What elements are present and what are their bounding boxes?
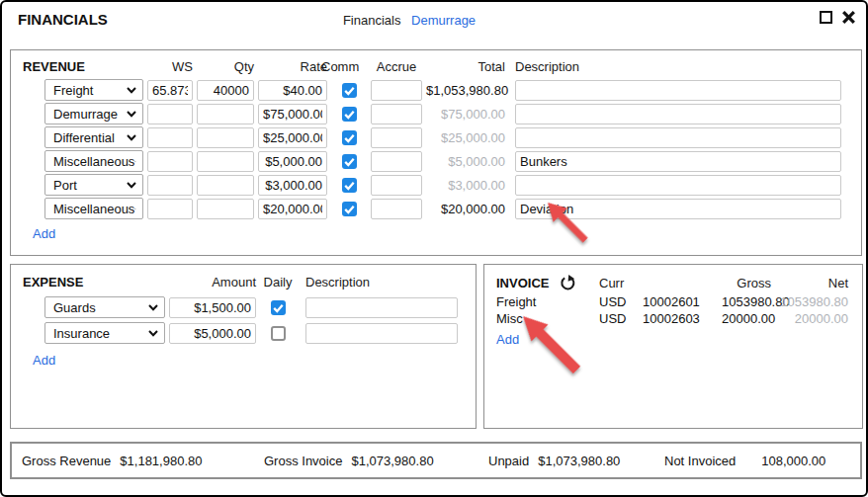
revenue-row: Miscellaneous $5,000.00 <box>23 150 841 172</box>
qty-input[interactable] <box>197 175 254 196</box>
invoice-rows: Freight USD 10002601 1053980.80 1053980.… <box>496 293 850 327</box>
invoice-gross: 1053980.80 <box>722 294 771 309</box>
description-input[interactable] <box>515 175 841 196</box>
comm-checkbox[interactable] <box>342 83 357 98</box>
accrue-input[interactable] <box>371 199 422 219</box>
rate-input[interactable] <box>258 80 327 101</box>
qty-input[interactable] <box>197 80 254 101</box>
total-value: $20,000.00 <box>426 202 505 216</box>
accrue-input[interactable] <box>371 104 422 124</box>
ws-input[interactable] <box>147 127 193 148</box>
rate-input[interactable] <box>258 199 327 219</box>
invoice-currency: USD <box>599 311 639 326</box>
nav-demurrage-link[interactable]: Demurrage <box>411 13 476 28</box>
invoice-header-row: INVOICE Curr Gross Net <box>496 274 850 291</box>
description-input[interactable] <box>515 151 841 172</box>
accrue-input[interactable] <box>371 175 422 196</box>
gross-invoice-summary: Gross Invoice$1,073,980.80 <box>264 454 434 468</box>
invoice-panel: INVOICE Curr Gross Net Freight USD 10002… <box>483 264 863 429</box>
col-curr: Curr <box>599 276 639 290</box>
revenue-row: Differential $25,000.00 <box>23 126 841 148</box>
expense-description-input[interactable] <box>305 323 458 344</box>
revenue-row: Miscellaneous $20,000.00 <box>23 198 841 219</box>
ws-input[interactable] <box>147 80 193 101</box>
total-value: $3,000.00 <box>426 178 505 193</box>
daily-checkbox[interactable] <box>271 300 286 315</box>
accrue-input[interactable] <box>371 80 422 101</box>
chevron-down-icon <box>127 87 136 94</box>
rate-input[interactable] <box>258 151 327 172</box>
rate-input[interactable] <box>258 127 327 148</box>
summary-bar: Gross Revenue$1,181,980.80 Gross Invoice… <box>10 442 862 479</box>
page-title: FINANCIALS <box>18 11 108 28</box>
rate-input[interactable] <box>258 104 327 124</box>
col-rate-link[interactable]: Rate <box>258 59 327 74</box>
revenue-row: Port $3,000.00 <box>23 174 841 196</box>
accrue-input[interactable] <box>371 151 422 172</box>
revenue-type-select[interactable]: Demurrage <box>44 103 143 124</box>
invoice-number: 10002603 <box>643 311 718 326</box>
invoice-item-label: Misc <box>496 311 595 326</box>
not-invoiced-value: 108,000.00 <box>761 454 825 468</box>
revenue-type-select[interactable]: Freight <box>44 79 143 101</box>
invoice-number: 10002601 <box>643 294 718 309</box>
gross-invoice-value: $1,073,980.80 <box>351 454 433 468</box>
expense-header-row: EXPENSE Amount Daily Description <box>23 274 464 290</box>
ws-input[interactable] <box>147 151 193 172</box>
revenue-type-select[interactable]: Miscellaneous <box>44 198 143 219</box>
maximize-icon[interactable] <box>820 11 832 24</box>
close-icon[interactable] <box>841 10 856 25</box>
gross-revenue-value: $1,181,980.80 <box>120 454 202 468</box>
description-input[interactable] <box>515 199 841 219</box>
expense-row: Insurance <box>23 322 464 344</box>
description-input[interactable] <box>515 104 841 124</box>
window-controls <box>820 10 856 25</box>
revenue-type-select[interactable]: Miscellaneous <box>44 150 143 172</box>
chevron-down-icon <box>127 111 136 118</box>
qty-input[interactable] <box>197 199 254 219</box>
expense-type-select[interactable]: Guards <box>44 296 165 318</box>
comm-checkbox[interactable] <box>342 107 357 122</box>
accrue-input[interactable] <box>371 127 422 148</box>
col-accrue: Accrue <box>371 59 422 74</box>
check-icon <box>342 202 357 216</box>
col-net: Net <box>775 276 848 290</box>
total-value: $25,000.00 <box>426 130 505 145</box>
qty-input[interactable] <box>197 104 254 124</box>
expense-type-select[interactable]: Insurance <box>44 322 165 344</box>
amount-input[interactable] <box>169 323 256 344</box>
invoice-add-link[interactable]: Add <box>496 332 519 347</box>
ws-input[interactable] <box>147 175 193 196</box>
comm-checkbox[interactable] <box>342 178 357 193</box>
revenue-type-value: Freight <box>53 83 93 98</box>
comm-checkbox[interactable] <box>342 154 357 169</box>
nav-financials[interactable]: Financials <box>343 13 401 28</box>
comm-checkbox[interactable] <box>342 202 357 216</box>
amount-input[interactable] <box>169 297 256 318</box>
description-input[interactable] <box>515 80 841 101</box>
titlebar: FINANCIALS Financials Demurrage <box>2 2 866 41</box>
invoice-net: 20000.00 <box>775 311 848 326</box>
expense-type-value: Guards <box>53 300 96 315</box>
revenue-panel: REVENUE WS Qty Rate Comm Accrue Total De… <box>10 49 862 256</box>
ws-input[interactable] <box>147 104 193 124</box>
description-input[interactable] <box>515 127 841 148</box>
daily-checkbox[interactable] <box>271 326 286 341</box>
unpaid-value: $1,073,980.80 <box>538 454 620 468</box>
check-icon <box>342 130 357 145</box>
qty-input[interactable] <box>197 151 254 172</box>
refresh-icon[interactable] <box>559 275 575 291</box>
gross-revenue-summary: Gross Revenue$1,181,980.80 <box>22 454 202 468</box>
invoice-row: Freight USD 10002601 1053980.80 1053980.… <box>496 293 850 310</box>
expense-description-input[interactable] <box>305 297 458 318</box>
unpaid-label: Unpaid <box>488 454 529 468</box>
revenue-add-link[interactable]: Add <box>33 226 55 241</box>
revenue-type-select[interactable]: Differential <box>44 126 143 148</box>
comm-checkbox[interactable] <box>342 130 357 145</box>
check-icon <box>342 83 357 98</box>
qty-input[interactable] <box>197 127 254 148</box>
ws-input[interactable] <box>147 199 193 219</box>
revenue-type-select[interactable]: Port <box>44 174 143 196</box>
expense-add-link[interactable]: Add <box>33 353 55 368</box>
rate-input[interactable] <box>258 175 327 196</box>
